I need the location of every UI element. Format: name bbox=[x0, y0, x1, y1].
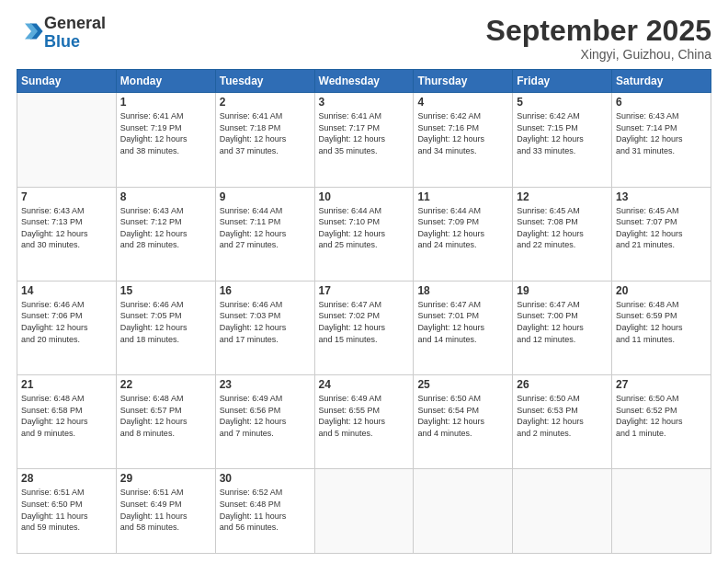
calendar-cell: 25Sunrise: 6:50 AM Sunset: 6:54 PM Dayli… bbox=[414, 375, 513, 469]
day-info: Sunrise: 6:42 AM Sunset: 7:15 PM Dayligh… bbox=[517, 110, 608, 156]
day-number: 25 bbox=[417, 378, 508, 391]
day-number: 18 bbox=[417, 284, 508, 297]
calendar-cell: 4Sunrise: 6:42 AM Sunset: 7:16 PM Daylig… bbox=[414, 93, 513, 187]
calendar-cell bbox=[17, 93, 117, 187]
calendar-cell: 13Sunrise: 6:45 AM Sunset: 7:07 PM Dayli… bbox=[612, 187, 711, 281]
day-number: 28 bbox=[21, 472, 112, 485]
calendar-cell bbox=[314, 469, 414, 554]
logo: General Blue bbox=[17, 15, 106, 52]
calendar-cell: 7Sunrise: 6:43 AM Sunset: 7:13 PM Daylig… bbox=[17, 187, 117, 281]
day-info: Sunrise: 6:45 AM Sunset: 7:08 PM Dayligh… bbox=[517, 205, 608, 251]
calendar-cell: 22Sunrise: 6:48 AM Sunset: 6:57 PM Dayli… bbox=[116, 375, 215, 469]
calendar-week-2: 14Sunrise: 6:46 AM Sunset: 7:06 PM Dayli… bbox=[17, 281, 711, 374]
day-info: Sunrise: 6:47 AM Sunset: 7:02 PM Dayligh… bbox=[319, 299, 410, 345]
day-number: 29 bbox=[120, 472, 211, 485]
calendar-cell: 28Sunrise: 6:51 AM Sunset: 6:50 PM Dayli… bbox=[17, 469, 117, 554]
calendar-cell: 6Sunrise: 6:43 AM Sunset: 7:14 PM Daylig… bbox=[612, 93, 711, 187]
weekday-header-monday: Monday bbox=[116, 70, 215, 93]
day-info: Sunrise: 6:45 AM Sunset: 7:07 PM Dayligh… bbox=[616, 205, 707, 251]
day-number: 7 bbox=[21, 190, 112, 203]
calendar-cell bbox=[513, 469, 612, 554]
day-info: Sunrise: 6:46 AM Sunset: 7:06 PM Dayligh… bbox=[21, 299, 112, 345]
location: Xingyi, Guizhou, China bbox=[486, 47, 711, 62]
day-info: Sunrise: 6:43 AM Sunset: 7:14 PM Dayligh… bbox=[616, 110, 707, 156]
calendar-cell bbox=[612, 469, 711, 554]
day-number: 19 bbox=[517, 284, 608, 297]
calendar-cell: 16Sunrise: 6:46 AM Sunset: 7:03 PM Dayli… bbox=[215, 281, 314, 374]
title-area: September 2025 Xingyi, Guizhou, China bbox=[486, 15, 711, 62]
calendar-cell: 14Sunrise: 6:46 AM Sunset: 7:06 PM Dayli… bbox=[17, 281, 117, 374]
calendar-cell: 20Sunrise: 6:48 AM Sunset: 6:59 PM Dayli… bbox=[612, 281, 711, 374]
calendar-cell bbox=[414, 469, 513, 554]
weekday-header-wednesday: Wednesday bbox=[314, 70, 414, 93]
calendar-week-1: 7Sunrise: 6:43 AM Sunset: 7:13 PM Daylig… bbox=[17, 187, 711, 281]
header: General Blue September 2025 Xingyi, Guiz… bbox=[17, 15, 711, 62]
calendar-cell: 1Sunrise: 6:41 AM Sunset: 7:19 PM Daylig… bbox=[116, 93, 215, 187]
day-info: Sunrise: 6:50 AM Sunset: 6:54 PM Dayligh… bbox=[417, 393, 508, 439]
weekday-header-friday: Friday bbox=[513, 70, 612, 93]
calendar-cell: 5Sunrise: 6:42 AM Sunset: 7:15 PM Daylig… bbox=[513, 93, 612, 187]
day-number: 30 bbox=[220, 472, 311, 485]
day-number: 16 bbox=[220, 284, 311, 297]
day-info: Sunrise: 6:49 AM Sunset: 6:55 PM Dayligh… bbox=[319, 393, 410, 439]
day-number: 17 bbox=[319, 284, 410, 297]
calendar-week-0: 1Sunrise: 6:41 AM Sunset: 7:19 PM Daylig… bbox=[17, 93, 711, 187]
calendar-cell: 9Sunrise: 6:44 AM Sunset: 7:11 PM Daylig… bbox=[215, 187, 314, 281]
day-info: Sunrise: 6:51 AM Sunset: 6:50 PM Dayligh… bbox=[21, 487, 112, 533]
day-info: Sunrise: 6:50 AM Sunset: 6:52 PM Dayligh… bbox=[616, 393, 707, 439]
day-number: 2 bbox=[220, 96, 311, 109]
weekday-header-sunday: Sunday bbox=[17, 70, 117, 93]
day-info: Sunrise: 6:44 AM Sunset: 7:10 PM Dayligh… bbox=[319, 205, 410, 251]
calendar-cell: 24Sunrise: 6:49 AM Sunset: 6:55 PM Dayli… bbox=[314, 375, 414, 469]
day-number: 11 bbox=[417, 190, 508, 203]
calendar-cell: 3Sunrise: 6:41 AM Sunset: 7:17 PM Daylig… bbox=[314, 93, 414, 187]
day-info: Sunrise: 6:43 AM Sunset: 7:12 PM Dayligh… bbox=[120, 205, 211, 251]
day-info: Sunrise: 6:47 AM Sunset: 7:01 PM Dayligh… bbox=[417, 299, 508, 345]
day-info: Sunrise: 6:50 AM Sunset: 6:53 PM Dayligh… bbox=[517, 393, 608, 439]
calendar-cell: 10Sunrise: 6:44 AM Sunset: 7:10 PM Dayli… bbox=[314, 187, 414, 281]
day-info: Sunrise: 6:41 AM Sunset: 7:18 PM Dayligh… bbox=[220, 110, 311, 156]
calendar-cell: 26Sunrise: 6:50 AM Sunset: 6:53 PM Dayli… bbox=[513, 375, 612, 469]
weekday-header-thursday: Thursday bbox=[414, 70, 513, 93]
day-number: 6 bbox=[616, 96, 707, 109]
day-info: Sunrise: 6:44 AM Sunset: 7:09 PM Dayligh… bbox=[417, 205, 508, 251]
day-number: 4 bbox=[417, 96, 508, 109]
day-info: Sunrise: 6:48 AM Sunset: 6:57 PM Dayligh… bbox=[120, 393, 211, 439]
day-info: Sunrise: 6:49 AM Sunset: 6:56 PM Dayligh… bbox=[220, 393, 311, 439]
day-info: Sunrise: 6:48 AM Sunset: 6:59 PM Dayligh… bbox=[616, 299, 707, 345]
page: General Blue September 2025 Xingyi, Guiz… bbox=[0, 0, 728, 563]
day-number: 26 bbox=[517, 378, 608, 391]
weekday-header-row: SundayMondayTuesdayWednesdayThursdayFrid… bbox=[17, 70, 711, 93]
day-number: 3 bbox=[319, 96, 410, 109]
calendar-cell: 29Sunrise: 6:51 AM Sunset: 6:49 PM Dayli… bbox=[116, 469, 215, 554]
calendar-cell: 23Sunrise: 6:49 AM Sunset: 6:56 PM Dayli… bbox=[215, 375, 314, 469]
calendar-cell: 11Sunrise: 6:44 AM Sunset: 7:09 PM Dayli… bbox=[414, 187, 513, 281]
calendar-cell: 17Sunrise: 6:47 AM Sunset: 7:02 PM Dayli… bbox=[314, 281, 414, 374]
day-info: Sunrise: 6:43 AM Sunset: 7:13 PM Dayligh… bbox=[21, 205, 112, 251]
day-info: Sunrise: 6:46 AM Sunset: 7:05 PM Dayligh… bbox=[120, 299, 211, 345]
logo-text: General Blue bbox=[44, 15, 106, 52]
day-info: Sunrise: 6:46 AM Sunset: 7:03 PM Dayligh… bbox=[220, 299, 311, 345]
day-number: 5 bbox=[517, 96, 608, 109]
day-number: 20 bbox=[616, 284, 707, 297]
month-title: September 2025 bbox=[486, 15, 711, 47]
day-info: Sunrise: 6:41 AM Sunset: 7:19 PM Dayligh… bbox=[120, 110, 211, 156]
day-number: 23 bbox=[220, 378, 311, 391]
day-number: 12 bbox=[517, 190, 608, 203]
day-number: 27 bbox=[616, 378, 707, 391]
calendar-week-3: 21Sunrise: 6:48 AM Sunset: 6:58 PM Dayli… bbox=[17, 375, 711, 469]
day-number: 15 bbox=[120, 284, 211, 297]
calendar-cell: 8Sunrise: 6:43 AM Sunset: 7:12 PM Daylig… bbox=[116, 187, 215, 281]
day-number: 8 bbox=[120, 190, 211, 203]
day-number: 14 bbox=[21, 284, 112, 297]
day-info: Sunrise: 6:52 AM Sunset: 6:48 PM Dayligh… bbox=[220, 487, 311, 533]
day-info: Sunrise: 6:42 AM Sunset: 7:16 PM Dayligh… bbox=[417, 110, 508, 156]
weekday-header-tuesday: Tuesday bbox=[215, 70, 314, 93]
day-info: Sunrise: 6:48 AM Sunset: 6:58 PM Dayligh… bbox=[21, 393, 112, 439]
day-number: 9 bbox=[220, 190, 311, 203]
calendar-cell: 12Sunrise: 6:45 AM Sunset: 7:08 PM Dayli… bbox=[513, 187, 612, 281]
calendar-cell: 15Sunrise: 6:46 AM Sunset: 7:05 PM Dayli… bbox=[116, 281, 215, 374]
day-number: 1 bbox=[120, 96, 211, 109]
calendar-cell: 2Sunrise: 6:41 AM Sunset: 7:18 PM Daylig… bbox=[215, 93, 314, 187]
calendar-week-4: 28Sunrise: 6:51 AM Sunset: 6:50 PM Dayli… bbox=[17, 469, 711, 554]
